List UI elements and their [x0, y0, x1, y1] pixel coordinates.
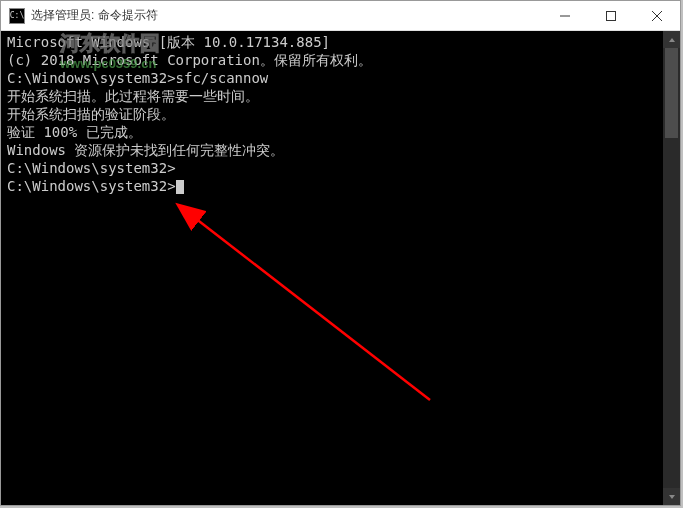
terminal-line: 开始系统扫描。此过程将需要一些时间。	[7, 87, 674, 105]
minimize-button[interactable]	[542, 1, 588, 30]
terminal-line: C:\Windows\system32>	[7, 159, 674, 177]
vertical-scrollbar[interactable]	[663, 31, 680, 505]
terminal-line: 验证 100% 已完成。	[7, 123, 674, 141]
terminal-prompt: C:\Windows\system32>	[7, 177, 674, 195]
svg-marker-4	[669, 38, 675, 42]
command-prompt-window: C:\ 选择管理员: 命令提示符 Microsoft Windows [版本 1…	[0, 0, 681, 506]
cursor	[176, 180, 184, 194]
scroll-thumb[interactable]	[665, 48, 678, 138]
close-button[interactable]	[634, 1, 680, 30]
scroll-down-arrow-icon[interactable]	[663, 488, 680, 505]
scroll-up-arrow-icon[interactable]	[663, 31, 680, 48]
terminal-line: Microsoft Windows [版本 10.0.17134.885]	[7, 33, 674, 51]
svg-rect-1	[607, 11, 616, 20]
terminal-line: 开始系统扫描的验证阶段。	[7, 105, 674, 123]
terminal-output[interactable]: Microsoft Windows [版本 10.0.17134.885] (c…	[1, 31, 680, 505]
titlebar[interactable]: C:\ 选择管理员: 命令提示符	[1, 1, 680, 31]
svg-marker-5	[669, 495, 675, 499]
window-controls	[542, 1, 680, 30]
terminal-line: (c) 2018 Microsoft Corporation。保留所有权利。	[7, 51, 674, 69]
terminal-line: Windows 资源保护未找到任何完整性冲突。	[7, 141, 674, 159]
window-title: 选择管理员: 命令提示符	[31, 7, 542, 24]
maximize-button[interactable]	[588, 1, 634, 30]
terminal-line: C:\Windows\system32>sfc/scannow	[7, 69, 674, 87]
app-icon: C:\	[9, 8, 25, 24]
